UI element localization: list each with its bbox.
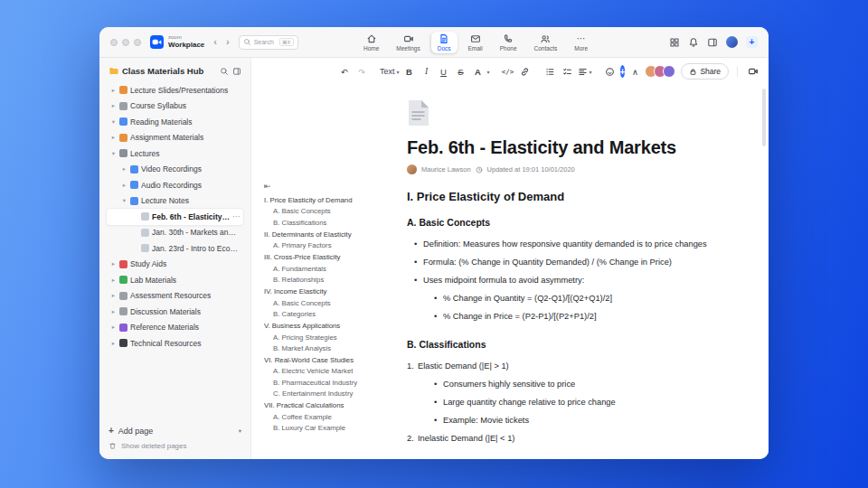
sidebar-item-assessment-resources[interactable]: ▸ Assessment Resources <box>107 288 243 305</box>
sidebar-item-note-feb-6[interactable]: Feb. 6th - Elasticity and M... ⋯ <box>107 209 243 225</box>
side-panel-icon[interactable] <box>707 37 718 48</box>
sidebar-item-assignment-materials[interactable]: ▸ Assignment Materials <box>107 130 243 146</box>
sidebar-item-study-aids[interactable]: ▸ Study Aids <box>107 257 243 273</box>
code-button[interactable]: </> <box>501 64 515 79</box>
window-minimize-button[interactable] <box>122 39 129 46</box>
add-page-button[interactable]: + Add page ▾ <box>108 426 241 436</box>
sub-bullet-item[interactable]: •Large quantity change relative to price… <box>434 393 749 411</box>
sub-bullet-item[interactable]: •Example: Movie tickets <box>434 411 749 429</box>
sidebar-item-reference-materials[interactable]: ▸ Reference Materials <box>107 320 243 336</box>
outline-item[interactable]: B. Categories <box>264 309 400 320</box>
collapse-toolbar-button[interactable]: ∧ <box>627 64 642 79</box>
sidebar-item-video-recordings[interactable]: ▸ Video Recordings <box>107 162 243 178</box>
outline-item[interactable]: A. Coffee Example <box>264 412 400 423</box>
outline-item[interactable]: A. Primary Factors <box>264 240 400 251</box>
bullet-item[interactable]: •Uses midpoint formula to avoid asymmetr… <box>414 271 749 289</box>
collaborator-avatars[interactable] <box>645 65 675 78</box>
sidebar-item-lecture-notes[interactable]: ▾ Lecture Notes <box>107 193 243 210</box>
back-button[interactable]: ‹ <box>213 37 217 47</box>
chevron-right-icon[interactable]: ▸ <box>110 292 117 299</box>
text-style-dropdown[interactable]: Text ▾ <box>380 67 400 76</box>
outline-item[interactable]: B. Pharmaceutical Industry <box>264 378 400 389</box>
outline-item[interactable]: III. Cross-Price Elasticity <box>264 252 400 263</box>
bullet-list-button[interactable] <box>543 64 558 79</box>
outline-item[interactable]: IV. Income Elasticity <box>264 286 400 297</box>
chevron-down-icon[interactable]: ▾ <box>121 197 127 204</box>
tab-more[interactable]: ⋯ More <box>568 32 594 53</box>
bullet-item[interactable]: •Formula: (% Change in Quantity Demanded… <box>414 253 749 271</box>
insert-block-button[interactable]: + <box>620 65 626 78</box>
sub-bullet-item[interactable]: •% Change in Price = (P2-P1)/[(P2+P1)/2] <box>434 307 749 325</box>
comments-button[interactable] <box>766 64 769 79</box>
outline-item[interactable]: VII. Practical Calculations <box>264 400 400 411</box>
outline-item[interactable]: B. Classifications <box>264 218 400 229</box>
outline-item[interactable]: B. Relationships <box>264 275 400 286</box>
collaborator-avatar[interactable] <box>663 65 675 78</box>
link-button[interactable] <box>518 64 533 79</box>
sidebar-item-lab-materials[interactable]: ▸ Lab Materials <box>107 272 243 288</box>
underline-button[interactable]: U <box>437 64 451 79</box>
sidebar-item-course-syllabus[interactable]: ▸ Course Syllabus <box>107 99 243 115</box>
tab-phone[interactable]: Phone <box>494 32 524 53</box>
sidebar-item-discussion-materials[interactable]: ▸ Discussion Materials <box>107 304 243 320</box>
sidebar-item-lecture-slides[interactable]: ▸ Lecture Slides/Presentations <box>107 82 243 99</box>
window-zoom-button[interactable] <box>134 39 141 46</box>
undo-button[interactable]: ↶ <box>337 64 352 79</box>
chevron-right-icon[interactable]: ▸ <box>110 134 117 141</box>
outline-item[interactable]: V. Business Applications <box>264 321 400 332</box>
italic-button[interactable]: I <box>420 64 434 79</box>
sidebar-item-note-jan-23[interactable]: Jan. 23rd - Intro to Econo... <box>107 240 243 257</box>
document-title[interactable]: Feb. 6th - Elasticity and Markets <box>407 137 749 158</box>
redo-button[interactable]: ↷ <box>354 64 369 79</box>
user-avatar[interactable] <box>726 36 738 48</box>
outline-item[interactable]: VI. Real-World Case Studies <box>264 355 400 366</box>
outline-item[interactable]: A. Basic Concepts <box>264 298 400 309</box>
bullet-item[interactable]: •Definition: Measures how responsive qua… <box>414 235 749 253</box>
strikethrough-button[interactable]: S <box>454 64 468 79</box>
tab-home[interactable]: Home <box>357 32 385 53</box>
forward-button[interactable]: › <box>226 37 230 47</box>
start-meeting-button[interactable] <box>746 64 760 79</box>
section-heading[interactable]: I. Price Elasticity of Demand <box>407 190 749 203</box>
chevron-right-icon[interactable]: ▸ <box>110 340 117 347</box>
outline-item[interactable]: A. Fundamentals <box>264 264 400 275</box>
emoji-button[interactable] <box>603 64 618 79</box>
outline-item[interactable]: A. Basic Concepts <box>264 206 400 217</box>
chevron-right-icon[interactable]: ▸ <box>110 277 117 284</box>
outline-item[interactable]: C. Entertainment Industry <box>264 389 400 399</box>
numbered-item[interactable]: 2.Inelastic Demand (|E| < 1) <box>407 429 749 447</box>
outline-item[interactable]: II. Determinants of Elasticity <box>264 230 400 240</box>
subsection-heading[interactable]: A. Basic Concepts <box>407 217 749 228</box>
tab-email[interactable]: Email <box>462 32 489 53</box>
tab-contacts[interactable]: Contacts <box>528 32 564 53</box>
chevron-right-icon[interactable]: ▸ <box>110 102 117 109</box>
chevron-down-icon[interactable]: ▾ <box>110 150 117 157</box>
alignment-dropdown[interactable]: ▾ <box>578 67 592 77</box>
tab-meetings[interactable]: Meetings <box>390 32 426 53</box>
row-more-icon[interactable]: ⋯ <box>232 212 240 221</box>
chevron-right-icon[interactable]: ▸ <box>110 324 117 331</box>
chevron-down-icon[interactable]: ▾ <box>110 118 117 126</box>
sidebar-item-lectures[interactable]: ▾ Lectures <box>107 145 243 162</box>
sidebar-item-technical-resources[interactable]: ▸ Technical Resources <box>107 335 243 352</box>
checklist-button[interactable] <box>561 64 575 79</box>
show-deleted-pages-button[interactable]: Show deleted pages <box>108 442 241 450</box>
window-close-button[interactable] <box>110 39 118 46</box>
sidebar-item-reading-materials[interactable]: ▾ Reading Materials <box>107 114 243 130</box>
sidebar-search-icon[interactable] <box>220 67 229 76</box>
outline-item[interactable]: I. Price Elasticity of Demand <box>264 195 400 206</box>
outline-item[interactable]: A. Pricing Strategies <box>264 333 400 343</box>
sidebar-item-note-jan-30[interactable]: Jan. 30th - Markets and P... <box>107 225 243 241</box>
scrollbar-thumb[interactable] <box>762 89 766 146</box>
notifications-bell-icon[interactable] <box>688 37 699 48</box>
sidebar-item-audio-recordings[interactable]: ▸ Audio Recordings <box>107 177 243 193</box>
sub-bullet-item[interactable]: •Consumers highly sensitive to price <box>434 375 749 393</box>
chevron-right-icon[interactable]: ▸ <box>121 165 127 173</box>
chevron-down-icon[interactable]: ▾ <box>239 427 241 435</box>
tab-docs[interactable]: Docs <box>431 32 458 53</box>
chevron-right-icon[interactable]: ▸ <box>110 308 117 315</box>
add-button[interactable]: + <box>746 36 758 48</box>
font-color-dropdown[interactable]: A ▾ <box>471 64 490 79</box>
share-button[interactable]: Share <box>681 63 729 80</box>
bold-button[interactable]: B <box>402 64 417 79</box>
